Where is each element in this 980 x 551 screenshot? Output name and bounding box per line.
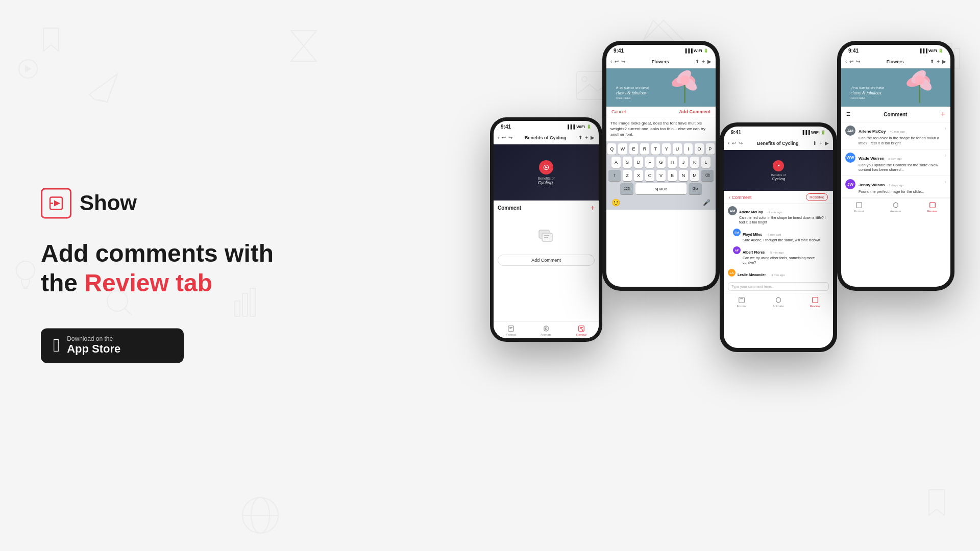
animate-tab-3[interactable]: Animate bbox=[773, 296, 784, 308]
comment-row-4-2[interactable]: JW Jenny Wilson · 2 days ago Found the p… bbox=[841, 176, 950, 198]
status-bar-3: 9:41 ▐▐▐ WiFi 🔋 bbox=[724, 127, 833, 137]
undo-icon-1[interactable]: ↩ bbox=[502, 135, 506, 140]
svg-rect-57 bbox=[856, 203, 862, 208]
svg-point-2 bbox=[16, 261, 35, 280]
svg-rect-58 bbox=[929, 203, 935, 208]
review-tab-3[interactable]: Review bbox=[810, 296, 820, 308]
bottom-tabs-1: Format Animate Review bbox=[494, 321, 599, 338]
add-comment-icon-1[interactable]: + bbox=[591, 204, 595, 212]
svg-point-6 bbox=[242, 497, 278, 533]
panel-header-4: ☰ Comment + bbox=[841, 107, 950, 122]
add-icon-1[interactable]: + bbox=[585, 135, 588, 140]
phone-2: 9:41 ▐▐▐ WiFi 🔋 ‹ ↩ ↪ Flowers ⬆ + ▶ bbox=[602, 41, 720, 291]
svg-rect-44 bbox=[739, 297, 745, 303]
app-logo: Show bbox=[41, 188, 274, 218]
comment-row-4-1[interactable]: WW Wade Warren · a day ago Can you updat… bbox=[841, 149, 950, 177]
left-content: Show Add comments with the Review tab  … bbox=[41, 188, 274, 363]
svg-marker-43 bbox=[778, 165, 780, 167]
comment-header-3: ‹ Comment Resolve bbox=[724, 191, 833, 204]
nav-bar-4: ‹ ↩ ↪ Flowers ⬆ + ▶ bbox=[841, 55, 950, 68]
review-tab-1[interactable]: Review bbox=[576, 325, 586, 336]
slide-text-1: Benefits of Cycling bbox=[537, 177, 554, 185]
comment-item-3-2: AF Albert Flores · 5 min ago Can we try … bbox=[728, 244, 829, 267]
slide-preview-1: Benefits of Cycling bbox=[494, 144, 599, 201]
app-store-text: Download on the App Store bbox=[67, 336, 120, 356]
bottom-tabs-3: Format Animate Review bbox=[724, 293, 833, 310]
comment-section-1: Comment + Add Comment bbox=[494, 201, 599, 269]
bottom-tabs-4: Format Animate Review bbox=[841, 198, 950, 215]
chevron-right-4-0: › bbox=[945, 126, 946, 131]
chevron-right-4-2: › bbox=[945, 179, 946, 185]
comment-item-3-1: FM Floyd Miles · 6 min ago Sure Arlene, … bbox=[728, 227, 829, 244]
svg-text:classy & fabulous.: classy & fabulous. bbox=[616, 91, 648, 95]
cycling-badge-3 bbox=[773, 160, 784, 171]
cycling-badge-1 bbox=[539, 160, 553, 174]
comment-row-4-0[interactable]: AM Arlene McCoy · 40 min ago Can the red… bbox=[841, 122, 950, 149]
redo-icon-1[interactable]: ↪ bbox=[508, 135, 512, 140]
back-icon-1[interactable]: ‹ bbox=[498, 135, 499, 140]
keyboard-2: QWERTYUIOP ASDFGHJKL ⇧ ZXCVBNM ⌫ 123 spa… bbox=[606, 141, 716, 210]
svg-rect-46 bbox=[812, 297, 818, 303]
comment-item-3-0: AM Arlene McCoy · 9 min ago Can the red … bbox=[728, 204, 829, 227]
share-icon-1[interactable]: ⬆ bbox=[578, 135, 582, 140]
flower-slide-2: if you want to love things classy & fabu… bbox=[606, 68, 716, 107]
status-bar-4: 9:41 ▐▐▐ WiFi 🔋 bbox=[841, 45, 950, 55]
phone-3: 9:41 ▐▐▐ WiFi 🔋 ‹ ↩ ↪ Benefits of Cyclin… bbox=[720, 122, 837, 352]
nav-bar-3: ‹ ↩ ↪ Benefits of Cycling ⬆ + ▶ bbox=[724, 137, 833, 150]
svg-point-52 bbox=[915, 76, 924, 85]
comment-item-3-3: LA Leslie Alexander · 3 min ago bbox=[728, 267, 829, 280]
list-icon-4: ☰ bbox=[846, 112, 850, 117]
format-tab-3[interactable]: Format bbox=[737, 296, 747, 308]
status-bar-1: 9:41 ▐▐▐WiFi🔋 bbox=[494, 121, 599, 131]
cancel-btn-2[interactable]: Cancel bbox=[611, 109, 626, 114]
logo-icon bbox=[41, 188, 71, 218]
svg-marker-18 bbox=[54, 200, 60, 206]
svg-text:Coco Chanel: Coco Chanel bbox=[851, 96, 866, 99]
app-name: Show bbox=[80, 191, 137, 215]
text-input-2[interactable]: The image looks great, does the font hav… bbox=[606, 117, 716, 141]
svg-point-38 bbox=[680, 76, 690, 85]
empty-comment-state bbox=[498, 216, 595, 255]
apple-icon:  bbox=[53, 337, 60, 355]
add-comment-btn-1[interactable]: Add Comment bbox=[498, 255, 595, 266]
animate-tab-4[interactable]: Animate bbox=[890, 202, 901, 213]
svg-text:if you want to love things: if you want to love things bbox=[851, 86, 885, 89]
status-bar-2: 9:41 ▐▐▐ WiFi 🔋 bbox=[606, 45, 716, 55]
tagline: Add comments with the Review tab bbox=[41, 239, 274, 297]
svg-text:Coco Chanel: Coco Chanel bbox=[616, 96, 631, 99]
svg-text:classy & fabulous.: classy & fabulous. bbox=[851, 91, 883, 95]
comment-thread-3: AM Arlene McCoy · 9 min ago Can the red … bbox=[724, 204, 833, 293]
nav-bar-1: ‹ ↩ ↪ Benefits of Cycling ⬆ + ▶ bbox=[494, 131, 599, 144]
add-comment-icon-4[interactable]: + bbox=[941, 110, 945, 119]
action-bar-2: Cancel Add Comment bbox=[606, 107, 716, 117]
svg-marker-1 bbox=[25, 65, 32, 72]
svg-point-7 bbox=[251, 497, 270, 533]
slide-preview-3: Benefits of Cycling bbox=[724, 150, 833, 191]
play-icon-1[interactable]: ▶ bbox=[591, 135, 595, 140]
svg-marker-21 bbox=[545, 166, 548, 168]
format-tab-4[interactable]: Format bbox=[854, 202, 864, 213]
format-tab-1[interactable]: Format bbox=[506, 325, 516, 336]
animate-tab-1[interactable]: Animate bbox=[541, 325, 552, 336]
svg-point-29 bbox=[545, 328, 547, 330]
nav-bar-2: ‹ ↩ ↪ Flowers ⬆ + ▶ bbox=[606, 55, 716, 68]
review-tab-4[interactable]: Review bbox=[927, 202, 938, 213]
phones-container: 9:41 ▐▐▐WiFi🔋 ‹ ↩ ↪ Benefits of Cycling … bbox=[419, 0, 980, 551]
svg-text:if you want to love things: if you want to love things bbox=[616, 86, 650, 89]
svg-point-0 bbox=[19, 60, 37, 78]
type-comment-3[interactable]: Type your comment here... bbox=[728, 282, 829, 291]
app-store-button[interactable]:  Download on the App Store bbox=[41, 329, 184, 363]
phone-4: 9:41 ▐▐▐ WiFi 🔋 ‹ ↩ ↪ Flowers ⬆ + ▶ bbox=[837, 41, 954, 291]
chevron-right-4-1: › bbox=[945, 153, 946, 158]
phone-1: 9:41 ▐▐▐WiFi🔋 ‹ ↩ ↪ Benefits of Cycling … bbox=[490, 117, 602, 342]
svg-rect-23 bbox=[542, 233, 552, 241]
add-comment-action-2[interactable]: Add Comment bbox=[679, 109, 711, 114]
flower-slide-4: if you want to love things classy & fabu… bbox=[841, 68, 950, 107]
